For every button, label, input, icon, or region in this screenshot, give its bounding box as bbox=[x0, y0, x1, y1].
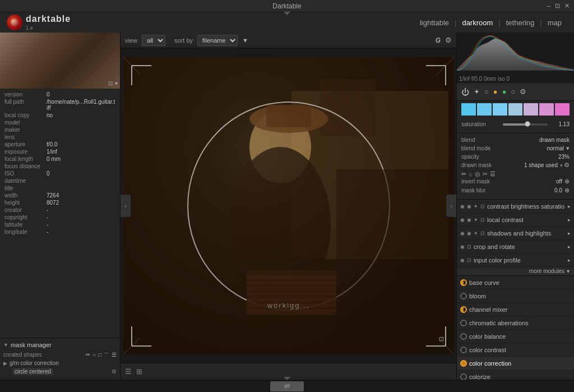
swatch-7[interactable] bbox=[555, 103, 570, 116]
lighttable-link[interactable]: lighttable bbox=[414, 19, 455, 27]
blend-tools: ✏ ○ ◎ ✂ ☰ bbox=[461, 170, 570, 178]
filmstrip-view-icon[interactable]: ⊞ bbox=[136, 367, 142, 376]
swatch-5[interactable] bbox=[524, 103, 538, 116]
blend-row: blend drawn mask bbox=[461, 137, 570, 143]
map-link[interactable]: map bbox=[542, 19, 567, 27]
saturation-fill bbox=[503, 123, 527, 126]
module-item-colorize[interactable]: colorize bbox=[457, 370, 574, 380]
datetime-value bbox=[45, 177, 117, 185]
swatch-1[interactable] bbox=[461, 103, 476, 116]
grid-view-icon[interactable]: ☰ bbox=[125, 367, 132, 376]
close-button[interactable]: ✕ bbox=[564, 2, 570, 10]
drawn-mask-settings-icon[interactable]: ⚙ bbox=[564, 162, 570, 169]
module-item-colorcontrast[interactable]: color contrast bbox=[457, 343, 574, 357]
mask-manager-header[interactable]: ▼ mask manager bbox=[3, 342, 117, 348]
module-collapse-icon[interactable]: ▸ bbox=[568, 204, 571, 209]
circle-filled-icon[interactable]: ● bbox=[493, 87, 498, 96]
swatch-2[interactable] bbox=[477, 103, 492, 116]
mask-list-icon[interactable]: ☰ bbox=[112, 352, 117, 359]
g-button[interactable]: G bbox=[436, 36, 441, 44]
thumb-arrow-icon[interactable]: ▾ bbox=[115, 80, 118, 86]
module-item-basecurve[interactable]: base curve bbox=[457, 276, 574, 289]
swatch-row bbox=[461, 103, 570, 116]
sort-by-label: sort by bbox=[174, 37, 193, 44]
title-chevron bbox=[284, 12, 290, 15]
blend-plus-icon[interactable]: ◎ bbox=[475, 170, 480, 178]
blend-list2-icon[interactable]: ☰ bbox=[490, 170, 496, 178]
metadata-row: version 0 bbox=[3, 91, 117, 98]
module-params: saturation 1.13 bbox=[457, 118, 574, 133]
darkroom-link[interactable]: darkroom bbox=[456, 19, 498, 27]
version-value: 0 bbox=[45, 91, 117, 98]
logo-area: darktable 1.4 bbox=[7, 14, 71, 31]
mask-rect-icon[interactable]: □ bbox=[98, 352, 101, 359]
tethering-link[interactable]: tethering bbox=[501, 19, 540, 27]
invert-mask-icon[interactable]: ⊕ bbox=[564, 178, 570, 185]
next-image-button[interactable]: › bbox=[446, 195, 456, 217]
module-item-colorcorrection[interactable]: color correction bbox=[457, 357, 574, 370]
shadows-collapse[interactable]: ▸ bbox=[568, 230, 571, 236]
module-item-shadows[interactable]: ◉ ◉ ✦ ⊡ shadows and highlights ▸ bbox=[457, 227, 574, 240]
blend-circle-icon[interactable]: ○ bbox=[469, 171, 473, 178]
filmstrip-thumb[interactable]: tiff bbox=[270, 381, 304, 391]
view-gear-icon[interactable]: ⚙ bbox=[445, 36, 452, 44]
star-icon[interactable]: ✦ bbox=[474, 87, 480, 96]
swatch-4[interactable] bbox=[508, 103, 523, 116]
metadata-row: lens bbox=[3, 133, 117, 141]
colorcorrection-circle bbox=[460, 360, 467, 367]
module-name-local-contrast: local contrast bbox=[487, 216, 566, 223]
colorbalance-circle bbox=[460, 333, 467, 340]
minimize-button[interactable]: – bbox=[547, 2, 550, 10]
mask-manager-title: mask manager bbox=[11, 342, 52, 348]
sort-arrow-icon[interactable]: ▼ bbox=[242, 37, 248, 44]
module-item-crop[interactable]: ◉ ⊡ crop and rotate ▸ bbox=[457, 240, 574, 253]
module-item-channelmixer[interactable]: channel mixer bbox=[457, 303, 574, 316]
module-item-input-color[interactable]: ◉ ⊡ input color profile ▸ bbox=[457, 253, 574, 267]
mask-circle-item[interactable]: circle centered bbox=[12, 368, 53, 375]
logo-icon bbox=[7, 15, 22, 30]
restore-button[interactable]: ⊡ bbox=[555, 2, 560, 10]
model-value bbox=[45, 119, 117, 126]
swatch-6[interactable] bbox=[539, 103, 554, 116]
power-icon[interactable]: ⏻ bbox=[461, 87, 469, 96]
circle-empty-icon[interactable]: ○ bbox=[484, 87, 489, 96]
local-contrast-collapse[interactable]: ▸ bbox=[568, 217, 571, 223]
mask-blur-icon[interactable]: ⊕ bbox=[564, 187, 570, 194]
module-item-contrast[interactable]: ◉ ◉ ✦ ⊡ contrast brightness saturatio ▸ bbox=[457, 200, 574, 213]
module-enabled-icon: ◉ bbox=[460, 204, 465, 209]
thumb-expand-icon[interactable]: ⊡ bbox=[108, 80, 113, 86]
circle-outline-icon[interactable]: ○ bbox=[511, 87, 516, 96]
svg-rect-15 bbox=[247, 310, 336, 312]
drawn-mask-label: drawn mask bbox=[461, 162, 501, 168]
mask-pencil-icon[interactable]: ✏ bbox=[86, 352, 90, 359]
module-item-chromatic[interactable]: chromatic aberrations bbox=[457, 316, 574, 330]
drawn-mask-value: 1 shape used bbox=[524, 162, 558, 168]
more-modules-button[interactable]: more modules bbox=[529, 268, 564, 274]
mask-path-icon[interactable]: ⌒ bbox=[104, 352, 109, 359]
right-panel: 1/inf f/0.0 0mm iso 0 ⏻ ✦ ○ ● ● ○ ⚙ bbox=[456, 33, 574, 380]
blend-scissors-icon[interactable]: ✂ bbox=[483, 170, 488, 178]
filmstrip-arrow bbox=[284, 377, 290, 380]
width-value: 7264 bbox=[45, 192, 117, 199]
mask-manager-arrow: ▼ bbox=[3, 342, 8, 348]
aperture-value: f/0.0 bbox=[45, 141, 117, 148]
height-label: height bbox=[3, 199, 45, 206]
sort-select[interactable]: filename bbox=[197, 35, 238, 46]
prev-image-button[interactable]: ‹ bbox=[121, 195, 131, 217]
settings-icon[interactable]: ⚙ bbox=[520, 87, 526, 96]
circle-green-icon[interactable]: ● bbox=[502, 87, 507, 96]
mask-circle-icon[interactable]: ○ bbox=[92, 352, 96, 359]
module-star-icon: ✦ bbox=[474, 204, 478, 209]
input-color-collapse[interactable]: ▸ bbox=[568, 257, 571, 263]
module-item-colorbalance[interactable]: color balance bbox=[457, 330, 574, 343]
saturation-slider[interactable] bbox=[503, 123, 548, 126]
swatch-3[interactable] bbox=[493, 103, 507, 116]
blend-pencil-icon[interactable]: ✏ bbox=[461, 170, 466, 178]
crop-collapse[interactable]: ▸ bbox=[568, 244, 571, 250]
module-item-bloom[interactable]: bloom bbox=[457, 289, 574, 303]
metadata-row: longitude - bbox=[3, 228, 117, 236]
mask-item-settings-icon[interactable]: ⚙ bbox=[112, 368, 117, 375]
module-name-chromatic: chromatic aberrations bbox=[469, 320, 571, 326]
module-item-local-contrast[interactable]: ◉ ◉ ✦ ⊡ local contrast ▸ bbox=[457, 213, 574, 227]
view-select[interactable]: all bbox=[142, 35, 165, 46]
